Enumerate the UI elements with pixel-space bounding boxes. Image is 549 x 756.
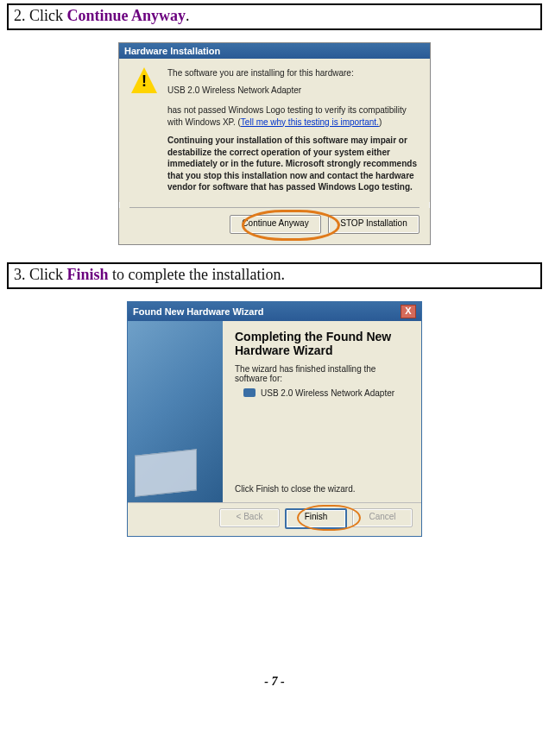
instruction-step-2: 2. Click Continue Anyway. — [7, 3, 542, 30]
instruction-step-3: 3. Click Finish to complete the installa… — [7, 262, 542, 289]
dlg1-device: USB 2.0 Wireless Network Adapter — [167, 85, 418, 97]
dialog1-body: The software you are installing for this… — [119, 59, 430, 202]
step3-link: Finish — [67, 266, 109, 283]
dialog2-main: Completing the Found New Hardware Wizard… — [223, 321, 421, 502]
dlg1-compat: has not passed Windows Logo testing to v… — [167, 104, 418, 128]
finish-button[interactable]: Finish — [285, 508, 347, 529]
page-dash-left: - — [264, 675, 271, 688]
page-num: 7 — [272, 675, 278, 688]
back-button[interactable]: < Back — [219, 508, 280, 527]
dlg2-finish-instruction: Click Finish to close the wizard. — [235, 484, 409, 494]
continue-anyway-button[interactable]: Continue Anyway — [230, 215, 321, 234]
stop-installation-button[interactable]: STOP Installation — [328, 215, 420, 234]
network-adapter-icon — [243, 388, 256, 397]
dlg1-warning: Continuing your installation of this sof… — [167, 135, 418, 193]
dlg2-device: USB 2.0 Wireless Network Adapter — [261, 388, 394, 398]
step2-suffix: . — [186, 7, 190, 24]
close-icon[interactable]: X — [401, 305, 416, 318]
warning-icon — [131, 67, 157, 93]
step2-link: Continue Anyway — [67, 7, 186, 24]
dlg2-device-row: USB 2.0 Wireless Network Adapter — [243, 388, 409, 398]
dialog1-titlebar: Hardware Installation — [119, 43, 430, 59]
dialog2-title-text: Found New Hardware Wizard — [133, 306, 263, 317]
dlg2-heading: Completing the Found New Hardware Wizard — [235, 330, 409, 357]
step2-prefix: 2. Click — [14, 7, 67, 24]
dialog2-titlebar: Found New Hardware Wizard X — [128, 302, 421, 321]
dlg2-line1: The wizard has finished installing the s… — [235, 364, 409, 383]
page-number: - 7 - — [0, 675, 549, 699]
dlg1-line1: The software you are installing for this… — [167, 67, 418, 79]
dialog1-title-text: Hardware Installation — [124, 46, 220, 56]
dlg1-whylink[interactable]: Tell me why this testing is important. — [241, 117, 379, 127]
dialog1-text: The software you are installing for this… — [167, 67, 418, 193]
step3-prefix: 3. Click — [14, 266, 67, 283]
hardware-graphic-icon — [135, 449, 197, 497]
dialog2-footer: < Back Finish Cancel — [128, 502, 421, 536]
page-dash-right: - — [278, 675, 285, 688]
cancel-button[interactable]: Cancel — [352, 508, 413, 527]
step3-suffix: to complete the installation. — [109, 266, 285, 283]
hardware-installation-dialog: Hardware Installation The software you a… — [118, 42, 431, 245]
dialog1-buttons: Continue Anyway STOP Installation — [119, 208, 430, 244]
dlg1-compat-b: ) — [379, 117, 382, 127]
found-new-hardware-wizard-dialog: Found New Hardware Wizard X Completing t… — [127, 301, 422, 537]
wizard-side-graphic — [128, 321, 223, 502]
dialog2-body: Completing the Found New Hardware Wizard… — [128, 321, 421, 502]
